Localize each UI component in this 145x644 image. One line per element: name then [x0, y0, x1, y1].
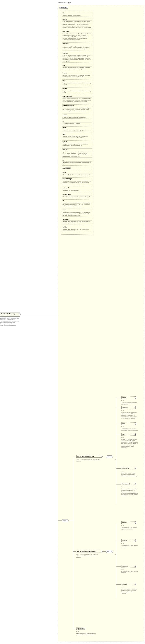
attr-why: whyWhy the metadata has been included - … [62, 79, 92, 86]
group-desc: A group of properties required to define… [76, 459, 101, 462]
attr-desc: Indicates by which means the value was e… [63, 75, 92, 78]
expand-icon[interactable]: + [135, 484, 136, 485]
element-desc: A natural language name for the concept. [122, 402, 138, 405]
attr-desc: One or many constraints that apply to pu… [63, 108, 92, 112]
attr-name: any ##other [63, 168, 92, 169]
expand-icon[interactable]: + [135, 434, 136, 435]
any-label: any [77, 628, 79, 629]
attr-name: why [63, 80, 92, 82]
attr-desc: The date (and, optionally, the time) bef… [63, 221, 92, 224]
expand-icon[interactable]: + [135, 423, 136, 425]
attr-desc: Why the metadata has been included - exp… [63, 90, 92, 93]
expand-icon[interactable]: + [135, 468, 136, 469]
attr-any: any ##other [62, 167, 92, 170]
element-facet[interactable]: facet+↗ [122, 433, 136, 436]
attr-desc: The identifier of a concept defining the… [63, 202, 92, 207]
element-desc: In NAR 1.8 and later, facet is deprecate… [122, 439, 138, 448]
element-sameAs[interactable]: sameAs+↗ [122, 521, 136, 524]
nav-icon: ↗ [134, 397, 135, 398]
cardinality-label: 0..∞ [114, 459, 116, 460]
attr-id: idThe local identifier of the property. [62, 12, 92, 17]
expand-icon[interactable]: − [19, 314, 20, 315]
root-element[interactable]: itemMetaExtProperty − [0, 312, 20, 316]
element-name: sameAs [122, 522, 136, 524]
cardinality-label: 0..∞ [122, 470, 124, 472]
attr-name: literal [63, 127, 92, 128]
attributes-label: attributes [61, 6, 67, 8]
connector [116, 424, 122, 424]
attr-name: qcode [63, 114, 92, 116]
attr-desc: The date (and, optionally, the time) whe… [63, 46, 92, 50]
element-definition[interactable]: definition+↗ [122, 406, 136, 409]
connector [102, 456, 106, 457]
attr-name: whyuri [63, 88, 92, 89]
element-broader[interactable]: broader+↗ [122, 539, 136, 542]
connector [116, 434, 122, 435]
connector [73, 456, 76, 457]
connector [20, 315, 58, 315]
element-remoteInfo[interactable]: remoteInfo+↗ [122, 467, 136, 470]
attr-custom: customIf set to true the corresponding p… [62, 52, 92, 63]
group-name: ConceptDefinitionGroup [77, 456, 94, 457]
attr-valueunituri: valueunituriThe unit of the value attrib… [62, 193, 92, 198]
attr-typeuri: typeuriThe type of the concept assigned … [62, 140, 92, 147]
any-element[interactable]: any##other [76, 628, 85, 630]
expand-icon[interactable]: + [135, 407, 136, 408]
element-desc: An identifier of a more generic concept. [122, 545, 138, 548]
expand-icon[interactable]: + [135, 566, 136, 567]
connector [116, 523, 116, 598]
attr-name: valuedatatype [63, 178, 92, 180]
attr-name: howuri [63, 72, 92, 74]
cardinality-label: 0..∞ [122, 400, 124, 401]
attr-desc: The datatype of the value attribute – it… [63, 180, 92, 185]
element-related[interactable]: related+↗ [122, 583, 136, 586]
element-name: hierarchyInfo [122, 483, 136, 485]
element-hierarchyInfo[interactable]: hierarchyInfo+↗ [122, 483, 136, 485]
attr-type: typeThe type of the concept assigned as … [62, 133, 92, 139]
sequence-compositor [106, 550, 113, 553]
nav-icon: ↗ [134, 566, 135, 567]
cardinality-label: 0..∞ [122, 525, 124, 526]
expand-icon[interactable]: + [135, 540, 136, 542]
attr-desc: If the attribute is empty, specifies whi… [63, 33, 92, 40]
connector [113, 457, 116, 457]
element-name: note [122, 422, 136, 425]
expand-icon[interactable]: + [135, 397, 136, 398]
element-desc: A link to an item or a web resource whic… [122, 472, 138, 477]
attr-name: validfrom [63, 218, 92, 220]
element-narrower[interactable]: narrower+↗ [122, 565, 136, 568]
attr-rel: relThe identifier of a concept defining … [62, 200, 92, 208]
attr-creatoruri: creatoruriIf the attribute is empty, spe… [62, 30, 92, 41]
attr-name: valueunit [63, 187, 92, 188]
element-desc: A natural language definition of the sem… [122, 412, 138, 419]
attr-valueunit: valueunitThe unit of the value attribute… [62, 186, 92, 192]
attr-literal: literalA free-text value assigned as pro… [62, 126, 92, 132]
nav-icon: ↗ [134, 584, 135, 585]
nav-icon: ↗ [134, 407, 135, 408]
group-concept-relationships[interactable]: ConceptRelationshipsGroup − [76, 550, 102, 552]
connector [116, 566, 122, 567]
cardinality-label: 0..∞ [122, 410, 124, 411]
attr-name: reluri [63, 209, 92, 210]
connector [58, 315, 58, 520]
collapse-icon[interactable]: − [59, 7, 61, 8]
attr-desc: Indicates by which means the value was e… [63, 67, 92, 70]
attr-validfrom: validfromThe date (and, optionally, the … [62, 218, 92, 224]
attr-name: uri [63, 120, 92, 122]
attr-desc: Specifies the language of this property … [63, 152, 92, 157]
group-concept-definition[interactable]: ConceptDefinitionGroup − [76, 455, 102, 458]
expand-icon[interactable]: + [135, 584, 136, 585]
element-name: broader [122, 540, 136, 542]
element-name: name [122, 396, 136, 399]
attr-desc: The unit of the value attribute - expres… [63, 196, 92, 198]
element-note[interactable]: note+↗ [122, 422, 136, 425]
element-name[interactable]: name+↗ [122, 396, 136, 399]
attr-name: id [63, 12, 92, 14]
expand-icon[interactable]: + [135, 522, 136, 524]
connector [73, 456, 73, 629]
attr-name: modified [63, 43, 92, 44]
attr-name: pubconstrainturi [63, 105, 92, 106]
attributes-header[interactable]: −attributes [59, 6, 68, 8]
attr-how: howIndicates by which means the value wa… [62, 64, 92, 70]
namespace-tab: ##other [79, 628, 85, 630]
